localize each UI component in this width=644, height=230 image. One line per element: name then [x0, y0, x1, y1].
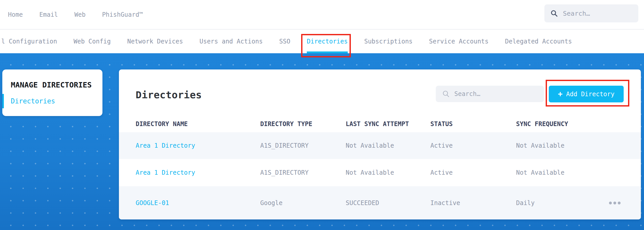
settings-tab-nav: l Configuration Web Config Network Devic… — [0, 30, 644, 53]
last-sync-attempt: SUCCEEDED — [346, 199, 379, 207]
directory-name-link[interactable]: GOOGLE-01 — [136, 199, 169, 207]
tab-service-accounts[interactable]: Service Accounts — [429, 30, 489, 53]
active-item-indicator — [2, 94, 4, 108]
sync-frequency: Not Available — [516, 142, 564, 149]
tab-web-config[interactable]: Web Config — [74, 30, 111, 53]
directory-name-link[interactable]: Area 1 Directory — [136, 142, 195, 149]
sync-frequency: Not Available — [516, 169, 564, 176]
tab-configuration[interactable]: l Configuration — [1, 30, 57, 53]
manage-directories-card: MANAGE DIRECTORIES Directories — [2, 69, 102, 116]
directory-type: A1S_DIRECTORY — [260, 142, 309, 149]
table-row: Area 1 Directory A1S_DIRECTORY Not Avail… — [119, 159, 641, 186]
directory-name-link[interactable]: Area 1 Directory — [136, 169, 195, 176]
col-sync-frequency: SYNC FREQUENCY — [516, 120, 568, 128]
sidebar-item-directories[interactable]: Directories — [11, 97, 55, 105]
table-header: DIRECTORY NAME DIRECTORY TYPE LAST SYNC … — [119, 120, 641, 127]
card-title: MANAGE DIRECTORIES — [11, 81, 92, 89]
tab-subscriptions[interactable]: Subscriptions — [364, 30, 413, 53]
table-row: GOOGLE-01 Google SUCCEEDED Inactive Dail… — [119, 186, 641, 219]
global-search — [544, 4, 638, 22]
col-directory-name: DIRECTORY NAME — [136, 120, 188, 128]
last-sync-attempt: Not Available — [346, 142, 394, 149]
last-sync-attempt: Not Available — [346, 169, 394, 176]
col-directory-type: DIRECTORY TYPE — [260, 120, 312, 128]
sync-frequency: Daily — [516, 199, 535, 207]
status: Active — [430, 142, 453, 149]
directory-type: Google — [260, 199, 283, 207]
status: Active — [430, 169, 453, 176]
page: Home Email Web PhishGuard™ l Configurati… — [0, 0, 644, 230]
plus-icon: + — [558, 90, 563, 98]
status: Inactive — [430, 199, 460, 207]
nav-home[interactable]: Home — [8, 11, 23, 18]
add-directory-button[interactable]: + Add Directory — [549, 86, 624, 102]
tab-users-and-actions[interactable]: Users and Actions — [199, 30, 263, 53]
tab-sso[interactable]: SSO — [279, 30, 290, 53]
nav-phishguard[interactable]: PhishGuard™ — [102, 11, 143, 18]
add-directory-label: Add Directory — [566, 91, 615, 98]
directories-search — [436, 86, 544, 102]
table-row: Area 1 Directory A1S_DIRECTORY Not Avail… — [119, 132, 641, 159]
panel-title: Directories — [136, 89, 202, 101]
tab-network-devices[interactable]: Network Devices — [127, 30, 183, 53]
tab-delegated-accounts[interactable]: Delegated Accounts — [505, 30, 572, 53]
search-icon — [442, 90, 450, 98]
col-status: STATUS — [430, 120, 453, 128]
search-icon — [551, 10, 558, 17]
nav-web[interactable]: Web — [74, 11, 85, 18]
col-last-sync-attempt: LAST SYNC ATTEMPT — [346, 120, 409, 128]
directories-search-input[interactable] — [454, 90, 532, 98]
directories-panel: Directories + Add Directory DIRECTORY NA… — [119, 69, 641, 219]
global-search-input[interactable] — [563, 10, 632, 17]
directory-type: A1S_DIRECTORY — [260, 169, 309, 176]
tab-directories[interactable]: Directories — [307, 30, 348, 53]
ellipsis-menu-icon[interactable] — [607, 200, 622, 206]
nav-email[interactable]: Email — [39, 11, 58, 18]
